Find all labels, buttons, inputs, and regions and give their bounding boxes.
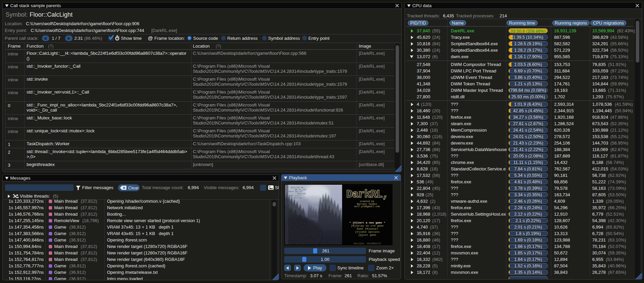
svg-text:* [S]tart a new game *: * [S]tart a new game * [349,221,385,224]
svg-text:Version: 15c455ee76: Version: 15c455ee76 [354,242,381,245]
svg-text:DarkRL,: DarkRL, [346,188,388,200]
svg-text:Ik+l pq: Ik+l pq [294,197,302,199]
svg-text:[V]ideo options: [V]ideo options [355,230,380,233]
svg-text:[R]eplay an old game: [R]eplay an old game [351,224,384,227]
svg-text:created by: created by [360,200,374,203]
svg-text:wolf.pld@gmail.com: wolf.pld@gmail.com [354,205,380,208]
svg-text:[Q]uit game: [Q]uit game [358,233,377,236]
svg-text:Game [M]anual: Game [M]anual [357,227,378,230]
